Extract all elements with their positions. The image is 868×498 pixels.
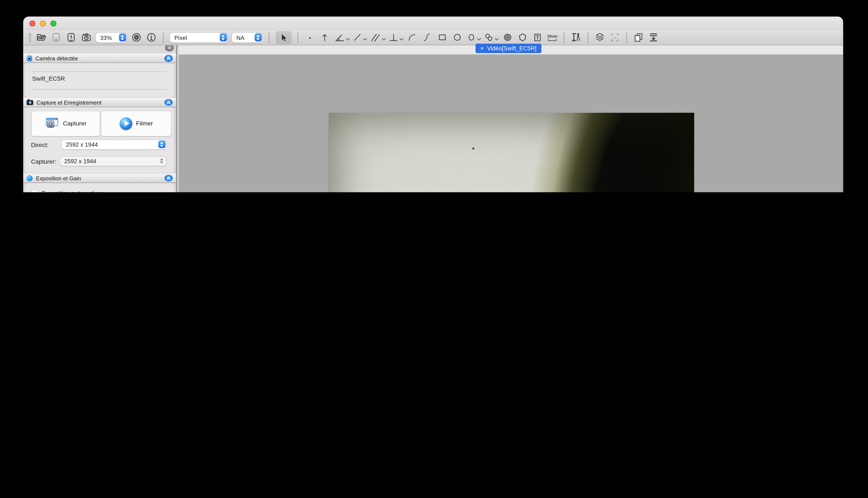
csv-export-button[interactable]: csv	[609, 31, 620, 44]
panel-header-camera[interactable]: Caméra détectée	[23, 54, 176, 63]
collapse-panel-button[interactable]	[164, 174, 173, 181]
title-bar[interactable]	[23, 17, 843, 30]
capture-well: Capturer Filmer Direct: 2592 x 1944 Capt…	[25, 107, 174, 173]
svg-text:csv: csv	[613, 36, 617, 39]
scalebar-icon: 10um	[547, 34, 557, 41]
tab-video[interactable]: × Vidéo[Swift_EC5R]	[475, 43, 541, 53]
info-button[interactable]	[146, 31, 157, 44]
parallel-lines-tool-button[interactable]	[370, 31, 385, 44]
live-resolution-select[interactable]: 2592 x 1944	[62, 140, 166, 149]
camera-icon	[26, 100, 33, 105]
chevron-down-icon	[363, 37, 367, 40]
capture-photo-button[interactable]: Capturer	[31, 111, 100, 136]
chevron-down-icon	[477, 37, 480, 40]
scalebar-text: 10um	[547, 34, 557, 38]
stepper-icon	[158, 140, 165, 148]
collapse-panel-button[interactable]	[164, 99, 173, 106]
quick-save-button[interactable]	[66, 31, 77, 44]
polygon-tool-button[interactable]	[516, 31, 528, 44]
save-button[interactable]	[51, 31, 62, 44]
chevron-down-icon	[495, 37, 498, 40]
divider	[32, 89, 167, 90]
unit-value: Pixel	[174, 34, 187, 41]
panel-title: Caméra détectée	[36, 55, 164, 62]
sidebar-top-strip: «	[23, 45, 176, 54]
camera-timer-icon	[80, 32, 92, 42]
layers-button[interactable]	[594, 31, 605, 44]
snap-resolution-select[interactable]: 2592 x 1944	[60, 156, 166, 166]
window-body: « Caméra détectée Swift_EC5R Capture et …	[23, 45, 843, 192]
pointer-tool-icon	[279, 32, 288, 42]
camera-list-item[interactable]: Swift_EC5R	[32, 75, 65, 82]
line-tool-icon	[353, 32, 362, 42]
auto-exposure-checkbox[interactable]	[31, 190, 38, 192]
screen: 33% Pixel NA	[0, 0, 868, 192]
magnification-select[interactable]: NA	[232, 32, 263, 42]
unit-select[interactable]: Pixel	[170, 32, 228, 42]
arrow-tool-button[interactable]	[319, 31, 330, 44]
angle-tool-icon	[334, 32, 345, 42]
point-tool-button[interactable]	[304, 31, 315, 44]
settings-button[interactable]	[131, 31, 142, 44]
camera-list-well: Swift_EC5R	[25, 63, 174, 97]
panel-header-exposure[interactable]: Exposition et Gain	[23, 173, 176, 183]
minimize-window-button[interactable]	[40, 20, 46, 26]
scalebar-tool-button[interactable]: 10um	[547, 31, 558, 44]
toolbar-separator	[163, 32, 164, 42]
panel-title: Capture et Enregistrement	[37, 99, 164, 105]
rectangle-tool-button[interactable]	[436, 31, 448, 44]
line-tool-button[interactable]	[353, 31, 366, 44]
double-chevron-up-icon	[166, 100, 172, 105]
video-canvas[interactable]: Balance des Blancs	[179, 55, 843, 192]
app-window: 33% Pixel NA	[23, 17, 843, 192]
live-microscope-image[interactable]: Balance des Blancs	[329, 113, 694, 192]
export-button[interactable]	[648, 31, 659, 44]
perpendicular-tool-button[interactable]	[388, 31, 403, 44]
parallel-lines-tool-icon	[370, 32, 381, 42]
quick-save-flash-icon	[66, 32, 76, 42]
close-window-button[interactable]	[29, 20, 36, 26]
arc-tool-button[interactable]	[407, 31, 418, 44]
chevron-down-icon	[400, 37, 403, 40]
live-resolution-label: Direct:	[31, 141, 49, 148]
linked-circles-tool-icon	[484, 32, 494, 42]
annulus-tool-icon	[502, 32, 512, 42]
arc-tool-icon	[408, 32, 417, 42]
toolbar-separator	[626, 32, 627, 42]
zoom-window-button[interactable]	[50, 20, 56, 26]
annulus-tool-button[interactable]	[502, 31, 513, 44]
curve-tool-button[interactable]	[422, 31, 433, 44]
info-icon	[146, 32, 156, 42]
circle-tool-button[interactable]	[467, 31, 480, 44]
circle-tool-icon	[467, 32, 476, 42]
record-video-button[interactable]: Filmer	[101, 111, 171, 136]
polygon-tool-icon	[517, 32, 527, 42]
rectangle-tool-icon	[437, 32, 447, 42]
exposure-well: Exposition automatique Correction48 Expo…	[25, 183, 174, 192]
stepper-icon	[119, 33, 126, 42]
capture-button-label: Capturer	[63, 120, 87, 127]
exposure-icon	[26, 175, 33, 181]
text-tool-button[interactable]	[532, 31, 543, 44]
open-file-button[interactable]	[36, 31, 47, 44]
sidebar-collapse-button[interactable]: «	[165, 45, 174, 51]
toolbar-separator	[268, 32, 270, 42]
copy-button[interactable]	[633, 31, 644, 44]
ellipse-tool-button[interactable]	[451, 31, 463, 44]
measure-calibrate-button[interactable]	[571, 31, 582, 44]
pointer-tool-button[interactable]	[275, 31, 291, 44]
traffic-lights	[29, 20, 56, 26]
tab-close-icon[interactable]: ×	[480, 45, 484, 51]
toolbar-separator	[563, 32, 564, 42]
linked-circles-tool-button[interactable]	[484, 31, 498, 44]
layers-icon	[595, 32, 605, 42]
collapse-panel-button[interactable]	[164, 55, 173, 62]
record-button-label: Filmer	[136, 120, 153, 127]
zoom-level-select[interactable]: 33%	[96, 32, 127, 42]
angle-tool-button[interactable]	[334, 31, 349, 44]
panel-title: Exposition et Gain	[36, 175, 164, 181]
webcam-icon	[26, 55, 32, 62]
panel-header-capture[interactable]: Capture et Enregistrement	[23, 97, 176, 107]
timed-capture-button[interactable]	[80, 31, 92, 44]
save-icon	[51, 32, 61, 42]
